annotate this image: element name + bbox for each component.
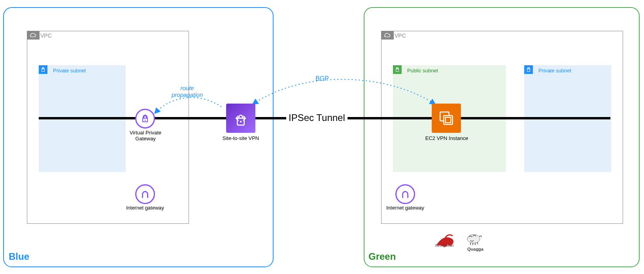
blue-region-label: Blue xyxy=(9,251,29,262)
cloud-icon xyxy=(27,31,40,40)
ec2-vpn-instance-label: EC2 VPN Instance xyxy=(424,135,470,141)
blue-vpc-label: VPC xyxy=(40,32,52,39)
ec2-instance-icon xyxy=(432,104,461,133)
green-region-label: Green xyxy=(368,251,396,262)
quagga-label: Quagga xyxy=(467,247,483,251)
bgp-label: BGP xyxy=(315,75,329,82)
internet-gateway-icon xyxy=(395,184,415,204)
green-vpc-label: VPC xyxy=(395,32,406,39)
green-public-subnet-label: Public subnet xyxy=(407,68,438,74)
lock-icon xyxy=(393,65,402,74)
internet-gateway-blue-label: Internet gateway xyxy=(123,205,167,211)
internet-gateway-icon xyxy=(135,184,155,204)
strongswan-label: Strongswan xyxy=(435,244,454,248)
virtual-private-gateway-icon xyxy=(135,109,155,128)
green-private-subnet-label: Private subnet xyxy=(538,68,571,74)
cloud-icon xyxy=(381,31,394,40)
lock-icon xyxy=(524,65,533,74)
svg-point-2 xyxy=(240,121,242,123)
ipsec-tunnel-label: IPSec Tunnel xyxy=(286,112,347,123)
blue-private-subnet-label: Private subnet xyxy=(53,68,86,74)
lock-icon xyxy=(39,65,47,74)
site-to-site-vpn-icon xyxy=(226,104,255,133)
site-to-site-vpn-label: Site-to-site VPN xyxy=(219,135,263,141)
virtual-private-gateway-label: Virtual Private Gateway xyxy=(126,130,165,142)
route-propagation-label: route propagation xyxy=(172,85,203,98)
internet-gateway-green-label: Internet gateway xyxy=(383,205,427,211)
quagga-logo xyxy=(463,228,485,247)
svg-point-0 xyxy=(145,120,146,121)
